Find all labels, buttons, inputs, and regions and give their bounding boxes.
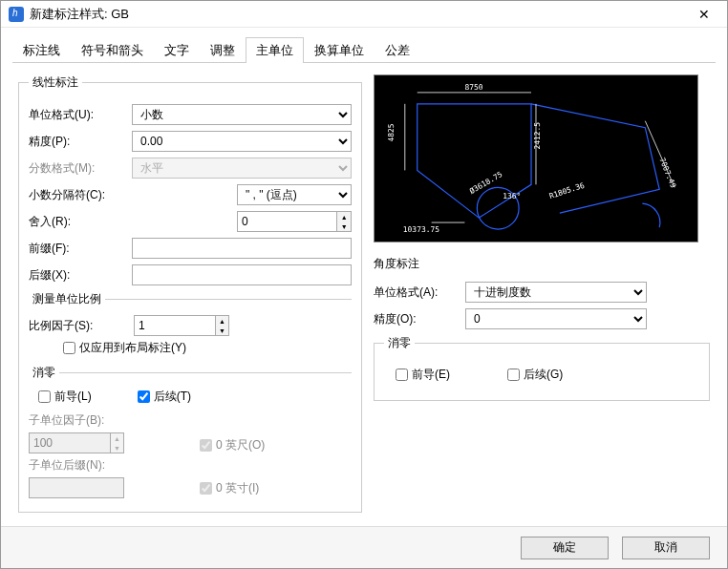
svg-text:136°: 136° xyxy=(503,193,521,201)
left-column: 线性标注 单位格式(U): 小数 精度(P): 0.00 xyxy=(18,74,362,518)
round-label: 舍入(R): xyxy=(29,214,132,230)
linear-legend: 线性标注 xyxy=(29,74,82,91)
precision-select[interactable]: 0.00 xyxy=(132,131,352,152)
zero-suppress-group: 消零 前导(L) 后续(T) xyxy=(29,365,352,502)
linear-dimension-group: 线性标注 单位格式(U): 小数 精度(P): 0.00 xyxy=(18,74,362,513)
subunit-factor-input xyxy=(29,432,110,453)
prefix-label: 前缀(F): xyxy=(29,241,132,257)
dialog-window: 新建标注样式: GB ✕ 标注线 符号和箭头 文字 调整 主单位 换算单位 公差… xyxy=(0,0,728,569)
angle-heading: 角度标注 xyxy=(374,256,710,272)
round-spinner[interactable]: ▲▼ xyxy=(237,211,352,232)
angle-format-select[interactable]: 十进制度数 xyxy=(465,282,647,303)
titlebar: 新建标注样式: GB ✕ xyxy=(1,1,727,28)
tab-text[interactable]: 文字 xyxy=(154,37,200,63)
svg-text:10373.75: 10373.75 xyxy=(403,225,439,234)
unit-format-label: 单位格式(U): xyxy=(29,107,132,123)
fraction-format-select: 水平 xyxy=(132,158,352,179)
scale-legend: 测量单位比例 xyxy=(29,291,105,307)
preview-svg: 8750 4825 2412.5 R1805.36 10373.75 7007.… xyxy=(375,75,697,242)
right-column: 8750 4825 2412.5 R1805.36 10373.75 7007.… xyxy=(374,74,710,518)
subunit-factor-label: 子单位因子(B): xyxy=(29,412,134,429)
suffix-input[interactable] xyxy=(132,264,352,285)
decimal-sep-label: 小数分隔符(C): xyxy=(29,187,132,203)
scale-factor-input[interactable] xyxy=(134,315,215,336)
angle-precision-label: 精度(O): xyxy=(374,311,465,327)
zero-legend: 消零 xyxy=(29,365,59,381)
preview-pane: 8750 4825 2412.5 R1805.36 10373.75 7007.… xyxy=(374,74,698,242)
fraction-format-label: 分数格式(M): xyxy=(29,160,132,177)
tab-tolerance[interactable]: 公差 xyxy=(375,37,420,63)
scale-factor-label: 比例因子(S): xyxy=(29,318,134,334)
svg-text:4825: 4825 xyxy=(387,124,396,142)
scale-factor-spinner[interactable]: ▲▼ xyxy=(134,315,229,336)
angle-format-label: 单位格式(A): xyxy=(374,284,465,301)
angle-zero-group: 消零 前导(E) 后续(G) xyxy=(374,335,710,401)
svg-text:Ø3618.75: Ø3618.75 xyxy=(468,170,504,196)
prefix-input[interactable] xyxy=(132,238,352,259)
subunit-factor-spinner: ▲▼ xyxy=(29,432,124,453)
tab-dimline[interactable]: 标注线 xyxy=(12,37,71,63)
cancel-button[interactable]: 取消 xyxy=(622,537,710,559)
round-down[interactable]: ▼ xyxy=(337,221,351,231)
leading-zero-checkbox[interactable]: 前导(L) xyxy=(38,389,92,405)
scale-group: 测量单位比例 比例因子(S): ▲▼ 仅应用到布局标注(Y) xyxy=(29,291,352,357)
feet-checkbox: 0 英尺(O) xyxy=(200,437,265,453)
tab-primary-units[interactable]: 主单位 xyxy=(246,37,304,63)
angle-zero-legend: 消零 xyxy=(384,335,415,351)
svg-text:7007.49: 7007.49 xyxy=(657,157,677,190)
subunit-suffix-input xyxy=(29,477,124,498)
content-area: 线性标注 单位格式(U): 小数 精度(P): 0.00 xyxy=(1,63,727,526)
subunit-down: ▼ xyxy=(111,443,123,453)
tab-alt-units[interactable]: 换算单位 xyxy=(304,37,375,63)
round-input[interactable] xyxy=(237,211,336,232)
scale-up[interactable]: ▲ xyxy=(216,316,228,326)
window-title: 新建标注样式: GB xyxy=(30,6,689,23)
subunit-up: ▲ xyxy=(111,433,123,443)
tab-fit[interactable]: 调整 xyxy=(200,37,246,63)
precision-label: 精度(P): xyxy=(29,134,132,150)
svg-text:8750: 8750 xyxy=(464,83,482,92)
round-up[interactable]: ▲ xyxy=(337,212,351,221)
angle-dimension-section: 角度标注 单位格式(A): 十进制度数 精度(O): 0 消零 xyxy=(374,256,710,407)
trailing-zero-checkbox[interactable]: 后续(T) xyxy=(138,389,191,405)
decimal-sep-select[interactable]: " , " (逗点) xyxy=(237,184,352,205)
svg-text:2412.5: 2412.5 xyxy=(533,122,542,150)
scale-down[interactable]: ▼ xyxy=(216,326,228,335)
angle-leading-checkbox[interactable]: 前导(E) xyxy=(396,367,450,383)
angle-precision-select[interactable]: 0 xyxy=(465,308,647,329)
suffix-label: 后缀(X): xyxy=(29,267,132,284)
angle-trailing-checkbox[interactable]: 后续(G) xyxy=(507,367,563,383)
app-icon xyxy=(9,7,24,22)
ok-button[interactable]: 确定 xyxy=(521,537,609,559)
layout-only-checkbox[interactable]: 仅应用到布局标注(Y) xyxy=(63,340,186,356)
subunit-suffix-label: 子单位后缀(N): xyxy=(29,457,134,474)
tab-strip: 标注线 符号和箭头 文字 调整 主单位 换算单位 公差 xyxy=(1,28,727,63)
close-icon[interactable]: ✕ xyxy=(689,3,719,26)
inches-checkbox: 0 英寸(I) xyxy=(200,480,259,496)
dialog-footer: 确定 取消 xyxy=(1,526,727,568)
unit-format-select[interactable]: 小数 xyxy=(132,104,352,125)
tab-symbols[interactable]: 符号和箭头 xyxy=(71,37,154,63)
svg-text:R1805.36: R1805.36 xyxy=(548,181,586,200)
